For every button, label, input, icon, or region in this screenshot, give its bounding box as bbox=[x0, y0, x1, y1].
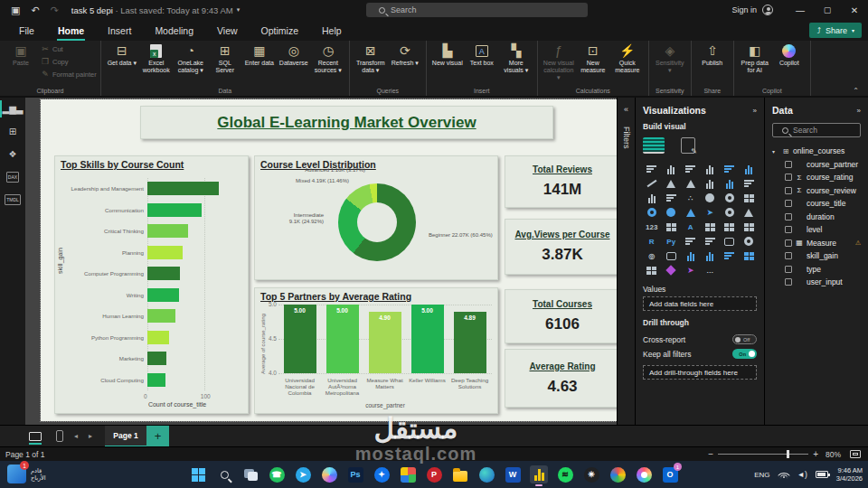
new-measure-button[interactable]: ⊡New measure bbox=[577, 42, 609, 75]
clustered-bar-chart-icon[interactable] bbox=[681, 162, 701, 176]
bar-chart-bar[interactable] bbox=[147, 224, 188, 238]
field-checkbox[interactable] bbox=[785, 187, 792, 194]
maximize-button[interactable]: ▢ bbox=[814, 0, 841, 20]
format-visual-tab[interactable] bbox=[681, 137, 695, 154]
field-course-review[interactable]: Σcourse_review bbox=[765, 184, 868, 198]
mobile-layout-icon[interactable] bbox=[56, 430, 63, 442]
quick-measure-button[interactable]: ⚡Quick measure bbox=[611, 42, 644, 75]
bar-chart-visual[interactable]: Top Skills by Course Count Leadership an… bbox=[54, 155, 249, 414]
shape-map-icon[interactable] bbox=[681, 205, 701, 220]
get-data-button[interactable]: ⊟Get data ▾ bbox=[106, 42, 138, 68]
search-icon[interactable] bbox=[215, 465, 233, 483]
new-visual-calculation-button[interactable]: ƒNew visual calculation ▾ bbox=[542, 42, 575, 82]
search-box[interactable]: Search bbox=[366, 3, 588, 17]
publish-button[interactable]: ⇧Publish bbox=[696, 42, 729, 68]
clock[interactable]: 9:46 AM3/4/2026 bbox=[836, 466, 863, 483]
menu-help[interactable]: Help bbox=[321, 23, 343, 39]
menu-view[interactable]: View bbox=[216, 23, 239, 39]
telegram-icon[interactable]: ➤ bbox=[294, 465, 312, 483]
donut-chart-icon[interactable] bbox=[720, 191, 740, 205]
100-stacked-column-chart-icon[interactable] bbox=[740, 162, 760, 176]
field-duration[interactable]: duration bbox=[765, 211, 868, 224]
save-icon[interactable]: ▣ bbox=[11, 5, 20, 16]
expand-filters-icon[interactable]: « bbox=[618, 105, 635, 114]
kpi-icon[interactable] bbox=[740, 205, 760, 220]
kpi-card-average-rating[interactable]: Average Rating 4.63 bbox=[505, 349, 620, 408]
smart-narrative-icon[interactable]: A bbox=[681, 220, 701, 234]
bar-chart-bar[interactable] bbox=[147, 288, 179, 302]
designer-icon[interactable] bbox=[635, 465, 653, 483]
excel-workbook-button[interactable]: Excel workbook bbox=[140, 42, 173, 75]
outlook-icon[interactable]: O1 bbox=[661, 465, 679, 483]
dashboard-title-card[interactable]: Global E-Learning Market Overview bbox=[140, 106, 553, 139]
paginated-report-visual-icon[interactable] bbox=[662, 249, 682, 263]
transform-data-button[interactable]: ⊠Transform data ▾ bbox=[354, 42, 387, 75]
r-script-visual-icon[interactable]: R bbox=[642, 234, 662, 249]
spotify-icon[interactable]: ≋ bbox=[556, 465, 574, 483]
data-search-input[interactable]: Search bbox=[772, 123, 861, 137]
collapse-data-icon[interactable]: » bbox=[857, 107, 861, 115]
bar-chart-bar[interactable] bbox=[147, 182, 219, 195]
edge-icon[interactable] bbox=[477, 465, 495, 483]
refresh-button[interactable]: ⟳Refresh ▾ bbox=[389, 42, 421, 68]
field-type[interactable]: type bbox=[765, 263, 868, 277]
task-view-icon[interactable] bbox=[241, 465, 259, 483]
treemap-icon[interactable] bbox=[740, 191, 760, 205]
azure-map-icon[interactable]: ➤ bbox=[701, 205, 721, 220]
recent-sources-button[interactable]: ◷Recent sources ▾ bbox=[312, 42, 344, 75]
field-course-title[interactable]: course_title bbox=[765, 197, 868, 211]
field-measure[interactable]: ▦Measure⚠ bbox=[765, 237, 868, 250]
new-visual-button[interactable]: ▙New visual bbox=[431, 42, 464, 68]
funnel-chart-icon[interactable] bbox=[662, 191, 682, 205]
keep-all-filters-toggle[interactable]: On bbox=[732, 349, 757, 359]
battery-icon[interactable] bbox=[816, 471, 828, 478]
menu-file[interactable]: File bbox=[18, 23, 35, 39]
column-chart-bar[interactable]: 4.90 bbox=[369, 312, 401, 373]
map-icon[interactable] bbox=[642, 205, 662, 220]
kpi-card-avg-views[interactable]: Avg.Views per Course 3.87K bbox=[505, 219, 620, 275]
zoom-out-button[interactable]: − bbox=[708, 449, 713, 459]
ribbon-collapse-icon[interactable]: ⌃ bbox=[853, 87, 859, 95]
text-slicer-icon[interactable] bbox=[701, 234, 721, 249]
wifi-icon[interactable] bbox=[778, 471, 789, 479]
line-and-clustered-column-chart-icon[interactable] bbox=[720, 176, 740, 191]
collapse-visualizations-icon[interactable]: » bbox=[753, 107, 757, 115]
field-course-partner[interactable]: course_partner bbox=[765, 158, 868, 172]
sign-in-button[interactable]: Sign in bbox=[731, 0, 773, 20]
q-and-a-icon[interactable] bbox=[720, 234, 740, 249]
dataverse-button[interactable]: ◎Dataverse bbox=[278, 42, 310, 68]
undo-icon[interactable]: ↶ bbox=[31, 5, 39, 16]
photoshop-icon[interactable]: Ps bbox=[346, 465, 364, 483]
metrics-icon[interactable]: ◎ bbox=[642, 249, 662, 263]
share-button[interactable]: ⤴ Share ▾ bbox=[809, 23, 862, 38]
line-chart-icon[interactable] bbox=[642, 176, 662, 191]
field-checkbox[interactable] bbox=[785, 266, 792, 273]
fit-to-page-icon[interactable] bbox=[850, 450, 861, 458]
language-indicator[interactable]: ENG bbox=[754, 471, 769, 479]
dax-query-view-icon[interactable]: DAX bbox=[0, 165, 25, 188]
bar-chart-bar[interactable] bbox=[147, 352, 166, 365]
more-visuals-button[interactable]: ▚More visuals ▾ bbox=[500, 42, 533, 75]
field-skill-gain[interactable]: skill_gain bbox=[765, 249, 868, 263]
arcgis-map-icon[interactable] bbox=[720, 249, 740, 263]
azure-map-2-icon[interactable] bbox=[740, 249, 760, 263]
table-view-icon[interactable]: ⊞ bbox=[0, 120, 25, 143]
line-and-stacked-column-chart-icon[interactable] bbox=[701, 176, 721, 191]
field-course-rating[interactable]: Σcourse_rating bbox=[765, 171, 868, 184]
power-automate-visual-icon[interactable] bbox=[701, 249, 721, 263]
field-user-input[interactable]: user_input bbox=[765, 276, 868, 289]
area-chart-icon[interactable] bbox=[662, 176, 682, 191]
python-visual-icon[interactable]: Py bbox=[662, 234, 682, 249]
menu-insert[interactable]: Insert bbox=[107, 23, 132, 39]
field-checkbox[interactable] bbox=[785, 278, 792, 286]
copilot-icon[interactable] bbox=[320, 465, 338, 483]
cut-button[interactable]: ✂Cut bbox=[40, 42, 97, 55]
donut-chart[interactable] bbox=[338, 183, 416, 261]
column-chart-bar[interactable]: 5.00 bbox=[284, 305, 316, 373]
field-checkbox[interactable] bbox=[785, 226, 792, 233]
paste-button[interactable]: ▣Paste bbox=[5, 42, 37, 68]
key-influencers-icon[interactable] bbox=[740, 234, 760, 249]
build-visual-tab[interactable] bbox=[643, 137, 665, 154]
ribbon-chart-icon[interactable] bbox=[740, 176, 760, 191]
waterfall-chart-icon[interactable] bbox=[642, 191, 662, 205]
